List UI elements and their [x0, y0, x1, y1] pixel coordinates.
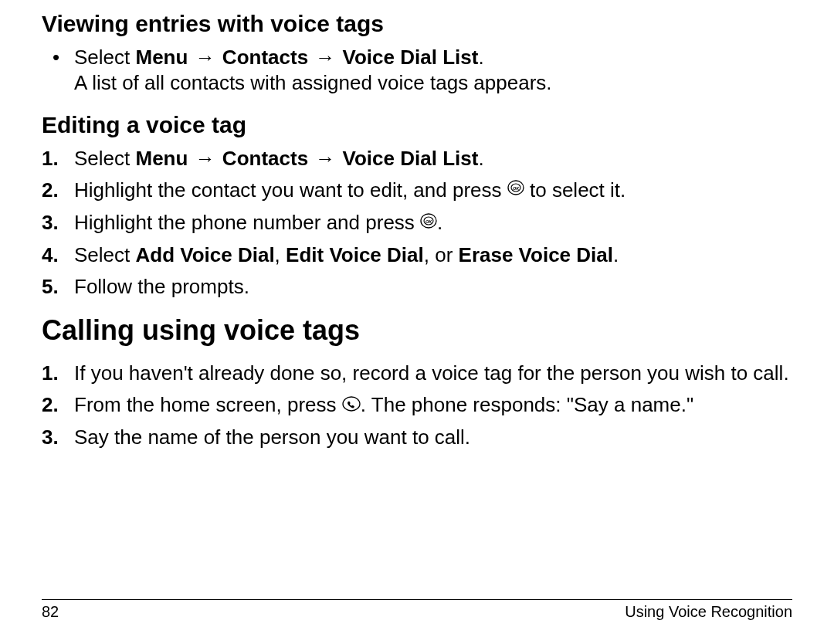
step-number: 3.	[42, 425, 59, 450]
command: Edit Voice Dial	[286, 243, 424, 266]
arrow-icon: →	[314, 46, 337, 69]
list-item: 3. Highlight the phone number and press …	[42, 210, 792, 236]
step-number: 1.	[42, 361, 59, 386]
ok-key-icon: OK	[507, 177, 524, 202]
text: .	[437, 211, 442, 234]
text: .	[613, 243, 619, 266]
list-item: 2. Highlight the contact you want to edi…	[42, 178, 792, 204]
editing-steps: 1. Select Menu → Contacts → Voice Dial L…	[42, 146, 792, 299]
text: A list of all contacts with assigned voi…	[74, 71, 552, 94]
arrow-icon: →	[314, 147, 337, 170]
page-footer: 82 Using Voice Recognition	[42, 599, 792, 621]
call-key-icon	[342, 392, 361, 418]
heading-viewing: Viewing entries with voice tags	[42, 11, 792, 37]
step-number: 1.	[42, 146, 59, 171]
text: to select it.	[524, 178, 626, 202]
text: .	[478, 147, 483, 170]
list-item: 1. Select Menu → Contacts → Voice Dial L…	[42, 146, 792, 171]
arrow-icon: →	[194, 46, 217, 69]
text: If you haven't already done so, record a…	[74, 361, 789, 385]
step-number: 4.	[42, 242, 59, 268]
command: Erase Voice Dial	[459, 243, 613, 266]
text: , or	[424, 243, 459, 266]
text: Follow the prompts.	[74, 275, 249, 298]
text: Say the name of the person you want to c…	[74, 425, 470, 449]
text: Select	[74, 46, 136, 69]
calling-steps: 1. If you haven't already done so, recor…	[42, 361, 792, 449]
svg-point-6	[343, 397, 360, 411]
heading-calling: Calling using voice tags	[42, 314, 792, 347]
text: Highlight the contact you want to edit, …	[74, 178, 507, 202]
step-number: 3.	[42, 210, 59, 236]
list-item: 5. Follow the prompts.	[42, 274, 792, 300]
list-item: 4. Select Add Voice Dial, Edit Voice Dia…	[42, 242, 792, 268]
text: ,	[275, 243, 286, 266]
text: . The phone responds: "Say a name."	[361, 393, 693, 416]
heading-editing: Editing a voice tag	[42, 112, 792, 138]
list-item: Select Menu → Contacts → Voice Dial List…	[42, 45, 792, 95]
svg-text:OK: OK	[513, 186, 520, 191]
ok-key-icon: OK	[420, 210, 437, 236]
section-title: Using Voice Recognition	[625, 603, 792, 621]
viewing-list: Select Menu → Contacts → Voice Dial List…	[42, 45, 792, 95]
step-number: 2.	[42, 392, 59, 418]
text: Highlight the phone number and press	[74, 211, 420, 234]
list-item: 2. From the home screen, press . The pho…	[42, 392, 792, 419]
step-number: 2.	[42, 178, 59, 203]
menu-path: Menu → Contacts → Voice Dial List	[136, 46, 479, 69]
text: .	[478, 46, 483, 69]
list-item: 1. If you haven't already done so, recor…	[42, 361, 792, 386]
arrow-icon: →	[194, 147, 217, 170]
menu-path: Menu → Contacts → Voice Dial List	[136, 147, 479, 170]
page-number: 82	[42, 603, 59, 621]
text: From the home screen, press	[74, 393, 342, 416]
command: Add Voice Dial	[136, 243, 275, 266]
step-number: 5.	[42, 274, 59, 300]
text: Select	[74, 243, 136, 266]
svg-text:OK: OK	[425, 219, 432, 223]
list-item: 3. Say the name of the person you want t…	[42, 425, 792, 450]
text: Select	[74, 147, 136, 170]
